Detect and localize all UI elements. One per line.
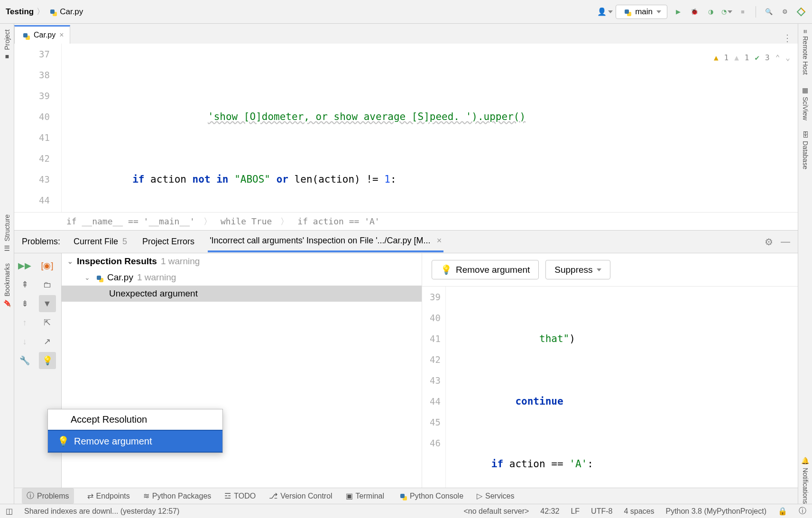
close-icon[interactable]: × xyxy=(59,31,64,39)
popup-item-accept[interactable]: Accept Resolution xyxy=(48,409,222,430)
wrench-icon[interactable]: 🔧 xyxy=(16,352,33,369)
status-line-ending[interactable]: LF xyxy=(571,507,580,516)
terminal-icon: ▣ xyxy=(346,491,353,500)
run-icon[interactable]: ▶ xyxy=(673,7,683,17)
remove-argument-button[interactable]: 💡 Remove argument xyxy=(432,260,539,279)
file-name[interactable]: Car.py xyxy=(60,7,83,17)
editor-tab[interactable]: Car.py × xyxy=(14,25,70,44)
highlight-icon[interactable]: [◉] xyxy=(39,257,56,274)
code-editor[interactable]: 37 38 39 40 41 42 43 44 ▲1 ▲1 ✔3 ⌃ ⌄ 'sh… xyxy=(14,44,798,212)
debug-icon[interactable]: 🐞 xyxy=(689,7,700,17)
chevron-down-icon[interactable]: ⌄ xyxy=(84,274,90,281)
sciview-tool-button[interactable]: ▦SciView xyxy=(802,86,809,120)
preview-editor[interactable]: 39 40 41 42 43 44 45 46 that") continue … xyxy=(422,286,798,488)
ide-help-icon[interactable]: ⓘ xyxy=(799,506,806,516)
chevron-right-icon: 〉 xyxy=(203,216,212,227)
tab-current-file[interactable]: Current File 5 xyxy=(72,232,129,251)
up-icon[interactable]: ↑ xyxy=(16,314,33,331)
gear-icon[interactable]: ⚙ xyxy=(765,236,773,248)
tree-file-node[interactable]: ⌄ Car.py 1 warning xyxy=(62,269,422,286)
add-user-icon[interactable] xyxy=(600,7,610,17)
warning-icon[interactable]: ▲ xyxy=(714,47,719,68)
tree-item-selected[interactable]: Unexpected argument xyxy=(62,286,422,302)
status-bar: ◫ Shared indexes are downl... (yesterday… xyxy=(0,504,812,518)
tool-vcs[interactable]: ⎇Version Control xyxy=(269,491,332,500)
chevron-down-icon[interactable]: ⌄ xyxy=(67,258,73,265)
status-message[interactable]: Shared indexes are downl... (yesterday 1… xyxy=(24,507,179,516)
inspection-badges[interactable]: ▲1 ▲1 ✔3 ⌃ ⌄ xyxy=(714,47,790,68)
code-content[interactable]: ▲1 ▲1 ✔3 ⌃ ⌄ 'show [O]dometer, or show a… xyxy=(62,44,798,212)
database-tool-button[interactable]: 🗄Database xyxy=(802,131,809,169)
tool-todo[interactable]: ☲TODO xyxy=(224,491,256,500)
services-icon: ▷ xyxy=(477,491,482,500)
inspection-preview: 💡 Remove argument Suppress 39 40 41 42 4… xyxy=(422,253,798,488)
open-editor-icon[interactable]: ↗ xyxy=(39,333,56,350)
todo-icon: ☲ xyxy=(224,491,231,500)
filter-icon[interactable]: ▼ xyxy=(39,295,56,312)
notifications-tool-button[interactable]: 🔔Notifications xyxy=(802,457,809,504)
status-interpreter[interactable]: Python 3.8 (MyPythonProject) xyxy=(665,507,766,516)
inspection-actions: 💡 Remove argument Suppress xyxy=(422,253,798,286)
python-file-icon xyxy=(20,30,30,40)
bookmarks-tool-button[interactable]: 🔖Bookmarks xyxy=(3,263,11,307)
search-icon[interactable]: 🔍 xyxy=(764,7,774,17)
preview-gutter: 39 40 41 42 43 44 45 46 xyxy=(422,287,446,488)
tab-project-errors[interactable]: Project Errors xyxy=(140,232,196,251)
weak-warning-icon[interactable]: ▲ xyxy=(734,47,739,68)
minimize-icon[interactable]: — xyxy=(781,236,790,248)
editor-tab-bar: Car.py × ⋮ xyxy=(14,24,798,44)
info-icon: ⓘ xyxy=(27,491,34,501)
lock-icon[interactable]: 🔒 xyxy=(778,507,787,516)
project-name[interactable]: Testing xyxy=(6,7,34,17)
tool-terminal[interactable]: ▣Terminal xyxy=(346,491,384,500)
tree-root[interactable]: ⌄ Inspection Results 1 warning xyxy=(62,253,422,269)
run-configuration-selector[interactable]: main xyxy=(616,5,667,19)
bulb-icon: 💡 xyxy=(57,435,69,447)
status-encoding[interactable]: UTF-8 xyxy=(591,507,612,516)
down-icon[interactable]: ↓ xyxy=(16,333,33,350)
problems-tool-tabs: Problems: Current File 5 Project Errors … xyxy=(14,230,798,253)
tool-windows-icon[interactable]: ◫ xyxy=(6,507,13,516)
status-server[interactable]: <no default server> xyxy=(463,507,529,516)
suppress-button[interactable]: Suppress xyxy=(545,260,610,279)
left-tool-gutter: ■Project ☰Structure 🔖Bookmarks xyxy=(0,24,14,504)
python-file-icon xyxy=(94,273,103,282)
tool-problems[interactable]: ⓘProblems xyxy=(22,488,74,504)
top-toolbar: Testing 〉 Car.py main ▶ 🐞 ◑ ◔ ■ 🔍 ⚙ xyxy=(0,0,812,24)
status-indent[interactable]: 4 spaces xyxy=(624,507,654,516)
crumb-segment[interactable]: while True xyxy=(221,216,272,226)
crumb-segment[interactable]: if __name__ == '__main__' xyxy=(66,216,195,226)
structure-tool-button[interactable]: ☰Structure xyxy=(3,214,11,252)
settings-icon[interactable]: ⚙ xyxy=(780,7,790,17)
remote-host-tool-button[interactable]: ≡Remote Host xyxy=(802,29,809,75)
close-icon[interactable]: × xyxy=(437,236,442,245)
tool-services[interactable]: ▷Services xyxy=(477,491,514,500)
status-position[interactable]: 42:32 xyxy=(540,507,559,516)
popup-item-remove[interactable]: 💡 Remove argument xyxy=(48,430,222,453)
bulb-icon: 💡 xyxy=(441,264,452,275)
code-breadcrumb[interactable]: if __name__ == '__main__' 〉 while True 〉… xyxy=(14,212,798,230)
next-highlight-icon[interactable]: ⌄ xyxy=(785,47,790,68)
preview-code[interactable]: that") continue if action == 'A': my_car… xyxy=(446,287,798,488)
vcs-icon: ⎇ xyxy=(269,491,277,500)
collapse-all-icon[interactable]: ⇟ xyxy=(16,295,33,312)
expand-all-icon[interactable]: ⇞ xyxy=(16,276,33,293)
tab-label: Car.py xyxy=(34,31,55,39)
tool-python-packages[interactable]: ≋Python Packages xyxy=(143,491,212,500)
check-icon[interactable]: ✔ xyxy=(755,47,759,68)
export-icon[interactable]: ⇱ xyxy=(39,314,56,331)
tab-inspection[interactable]: 'Incorrect call arguments' Inspection on… xyxy=(208,231,443,252)
coverage-icon[interactable]: ◑ xyxy=(705,7,716,17)
group-icon[interactable]: 🗀 xyxy=(39,276,56,293)
prev-highlight-icon[interactable]: ⌃ xyxy=(775,47,780,68)
stop-icon[interactable]: ■ xyxy=(738,7,748,17)
tool-python-console[interactable]: Python Console xyxy=(397,491,463,501)
more-icon[interactable]: ⋮ xyxy=(783,32,792,44)
jetbrains-icon[interactable] xyxy=(796,7,806,17)
project-tool-button[interactable]: ■Project xyxy=(3,29,11,61)
bulb-icon[interactable]: 💡 xyxy=(39,352,56,369)
crumb-segment[interactable]: if action == 'A' xyxy=(297,216,379,226)
profile-icon[interactable]: ◔ xyxy=(721,7,732,17)
tool-endpoints[interactable]: ⇄Endpoints xyxy=(87,491,130,500)
rerun-icon[interactable]: ▶▶ xyxy=(16,257,33,274)
